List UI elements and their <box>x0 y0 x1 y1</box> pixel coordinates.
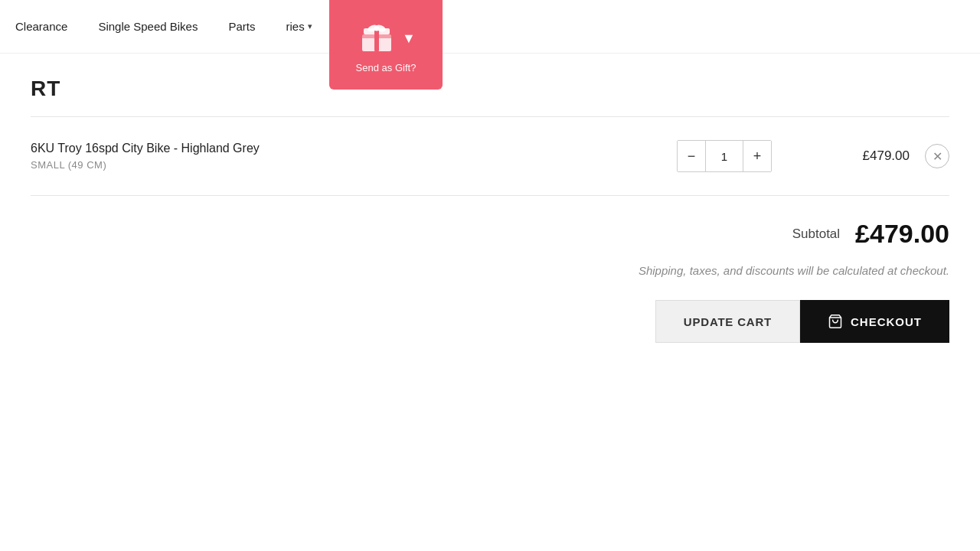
quantity-input[interactable] <box>705 141 743 171</box>
remove-item-button[interactable]: ✕ <box>925 144 949 168</box>
svg-rect-2 <box>374 28 379 51</box>
svg-rect-3 <box>362 34 391 38</box>
nav-item-accessories[interactable]: ries ▾ <box>286 20 312 33</box>
nav-items: Clearance Single Speed Bikes Parts ries … <box>15 20 366 33</box>
nav-item-clearance[interactable]: Clearance <box>15 20 67 33</box>
quantity-controls: − + <box>677 140 772 172</box>
gift-dropdown-arrow-icon: ▼ <box>402 31 416 47</box>
quantity-decrease-button[interactable]: − <box>678 141 705 171</box>
cart-footer: Subtotal £479.00 Shipping, taxes, and di… <box>31 219 949 343</box>
svg-point-6 <box>374 26 380 31</box>
gift-icon-container: ▼ <box>356 16 416 57</box>
gift-widget[interactable]: ▼ Send as Gift? <box>329 0 443 90</box>
gift-icon <box>356 16 397 57</box>
subtotal-value: £479.00 <box>855 219 949 249</box>
subtotal-label: Subtotal <box>792 227 840 242</box>
navigation: Clearance Single Speed Bikes Parts ries … <box>0 0 980 54</box>
nav-item-single-speed[interactable]: Single Speed Bikes <box>98 20 198 33</box>
cart-item-row: 6KU Troy 16spd City Bike - Highland Grey… <box>31 116 949 196</box>
quantity-increase-button[interactable]: + <box>743 141 771 171</box>
gift-label: Send as Gift? <box>356 62 416 73</box>
product-price: £479.00 <box>818 148 910 164</box>
chevron-down-icon: ▾ <box>308 21 312 31</box>
cart-actions: UPDATE CART CHECKOUT <box>31 300 949 343</box>
subtotal-row: Subtotal £479.00 <box>31 219 949 249</box>
shipping-notice: Shipping, taxes, and discounts will be c… <box>31 264 949 277</box>
close-icon: ✕ <box>933 149 942 164</box>
product-variant: SMALL (49 CM) <box>31 159 631 171</box>
product-info: 6KU Troy 16spd City Bike - Highland Grey… <box>31 142 631 171</box>
nav-item-accessories-label: ries <box>286 20 304 33</box>
nav-item-parts[interactable]: Parts <box>228 20 255 33</box>
page-content: RT 6KU Troy 16spd City Bike - Highland G… <box>0 54 980 366</box>
product-name: 6KU Troy 16spd City Bike - Highland Grey <box>31 142 631 155</box>
page-title: RT <box>31 77 949 101</box>
update-cart-button[interactable]: UPDATE CART <box>655 300 800 343</box>
cart-icon <box>828 314 843 329</box>
checkout-button[interactable]: CHECKOUT <box>800 300 949 343</box>
